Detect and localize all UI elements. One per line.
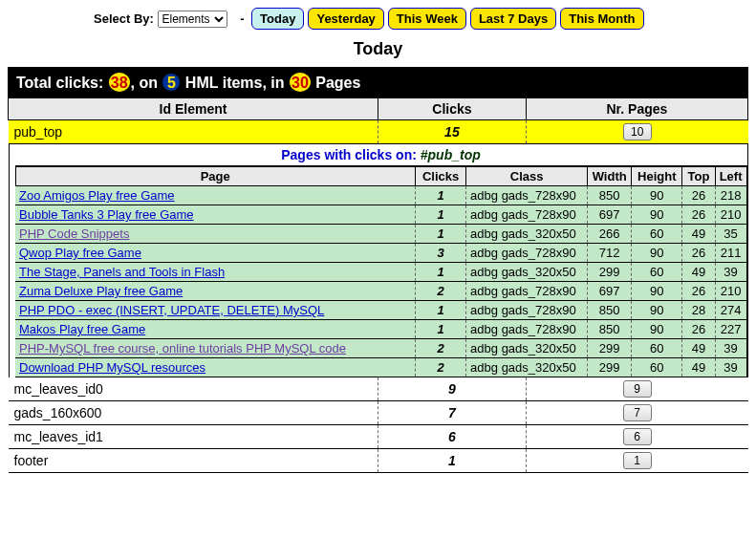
page-detail-row: Download PHP MySQL resources2adbg gads_3… (15, 358, 746, 377)
element-clicks-cell: 1 (378, 449, 527, 473)
page-top: 26 (682, 205, 715, 225)
page-detail-row: PHP-MySQL free course, online tutorials … (15, 339, 746, 358)
header-nr-pages: Nr. Pages (526, 98, 747, 120)
page-link[interactable]: Makos Play free Game (19, 322, 145, 336)
page-link[interactable]: PHP Code Snippets (19, 226, 129, 241)
page-title: Today (8, 39, 748, 59)
pages-count-button[interactable]: 1 (623, 452, 652, 469)
element-pages-cell: 10 (526, 120, 747, 144)
page-height: 60 (632, 358, 682, 377)
page-link[interactable]: Qwop Play free Game (19, 246, 141, 260)
page-width: 697 (588, 205, 632, 225)
element-pages-cell: 1 (526, 449, 747, 473)
filter-yesterday-button[interactable]: Yesterday (308, 8, 383, 30)
header-inner-clicks: Clicks (415, 167, 465, 186)
page-clicks: 1 (415, 320, 465, 339)
filter-this-week-button[interactable]: This Week (388, 8, 466, 30)
page-left: 211 (715, 244, 746, 263)
page-width: 299 (588, 358, 632, 377)
page-left: 218 (715, 186, 746, 205)
dash-separator: - (240, 11, 244, 26)
total-pages-badge: 30 (289, 72, 312, 93)
select-by-label: Select By: (94, 11, 154, 26)
filter-today-button[interactable]: Today (251, 8, 304, 30)
header-left: Left (715, 167, 746, 186)
page-height: 60 (632, 263, 682, 282)
element-clicks-cell: 6 (378, 425, 527, 449)
element-row: mc_leaves_id099 (9, 377, 748, 401)
page-height: 90 (632, 320, 682, 339)
page-clicks: 1 (415, 301, 465, 320)
page-clicks: 1 (415, 186, 465, 205)
header-width: Width (588, 167, 632, 186)
page-link[interactable]: PHP PDO - exec (INSERT, UPDATE, DELETE) … (19, 303, 324, 317)
page-left: 210 (715, 282, 746, 301)
page-height: 60 (632, 225, 682, 244)
filter-last-7-days-button[interactable]: Last 7 Days (470, 8, 556, 30)
element-id-cell: mc_leaves_id0 (9, 377, 378, 401)
page-class: adbg gads_320x50 (466, 263, 588, 282)
filter-controls: Select By: Elements - TodayYesterdayThis… (8, 8, 748, 30)
page-height: 90 (632, 244, 682, 263)
page-width: 299 (588, 263, 632, 282)
element-id-cell: pub_top (9, 120, 378, 144)
total-items-badge: 5 (162, 73, 181, 92)
page-link[interactable]: Zuma Deluxe Play free Game (19, 284, 183, 298)
total-summary-bar: Total clicks: 38, on 5 HML items, in 30 … (8, 67, 748, 97)
header-id-element: Id Element (9, 98, 378, 120)
page-clicks: 1 (415, 225, 465, 244)
page-width: 850 (588, 301, 632, 320)
page-link[interactable]: The Stage, Panels and Tools in Flash (19, 265, 225, 279)
page-class: adbg gads_728x90 (466, 282, 588, 301)
page-top: 49 (682, 263, 715, 282)
page-class: adbg gads_320x50 (466, 225, 588, 244)
elements-table: Id Element Clicks Nr. Pages pub_top 15 1… (8, 97, 748, 473)
page-detail-row: Zoo Amigos Play free Game1adbg gads_728x… (15, 186, 746, 205)
pages-count-button[interactable]: 9 (623, 380, 652, 398)
pages-count-button[interactable]: 6 (623, 428, 652, 445)
page-link[interactable]: Download PHP MySQL resources (19, 360, 205, 375)
page-width: 266 (588, 225, 632, 244)
page-class: adbg gads_320x50 (466, 339, 588, 358)
element-id-cell: gads_160x600 (9, 401, 378, 425)
page-clicks: 1 (415, 263, 465, 282)
page-class: adbg gads_728x90 (466, 320, 588, 339)
page-detail-row: Bubble Tanks 3 Play free Game1adbg gads_… (15, 205, 746, 225)
page-height: 90 (632, 282, 682, 301)
page-class: adbg gads_320x50 (466, 358, 588, 377)
pages-count-button[interactable]: 10 (623, 123, 652, 140)
inner-table-title: Pages with clicks on: #pub_top (15, 144, 747, 166)
page-top: 26 (682, 320, 715, 339)
page-detail-row: Zuma Deluxe Play free Game2adbg gads_728… (15, 282, 746, 301)
element-id-cell: footer (9, 449, 378, 473)
filter-this-month-button[interactable]: This Month (560, 8, 643, 30)
elements-header-row: Id Element Clicks Nr. Pages (9, 98, 748, 120)
page-width: 712 (588, 244, 632, 263)
page-clicks: 1 (415, 205, 465, 225)
page-left: 210 (715, 205, 746, 225)
element-row: footer11 (9, 449, 748, 473)
element-clicks-cell: 7 (378, 401, 527, 425)
header-height: Height (632, 167, 682, 186)
page-class: adbg gads_728x90 (466, 186, 588, 205)
page-left: 39 (715, 339, 746, 358)
page-height: 90 (632, 186, 682, 205)
page-detail-row: The Stage, Panels and Tools in Flash1adb… (15, 263, 746, 282)
total-clicks-badge: 38 (108, 72, 131, 93)
page-detail-row: Qwop Play free Game3adbg gads_728x907129… (15, 244, 746, 263)
selected-element-row: pub_top 15 10 (9, 120, 748, 144)
page-link[interactable]: PHP-MySQL free course, online tutorials … (19, 341, 346, 355)
element-row: mc_leaves_id166 (9, 425, 748, 449)
select-by-dropdown[interactable]: Elements (158, 11, 227, 28)
element-pages-cell: 9 (526, 377, 747, 401)
page-top: 49 (682, 339, 715, 358)
page-top: 26 (682, 244, 715, 263)
page-detail-row: PHP PDO - exec (INSERT, UPDATE, DELETE) … (15, 301, 746, 320)
page-link[interactable]: Zoo Amigos Play free Game (19, 188, 175, 203)
page-detail-row: Makos Play free Game1adbg gads_728x90850… (15, 320, 746, 339)
element-id-cell: mc_leaves_id1 (9, 425, 378, 449)
page-left: 35 (715, 225, 746, 244)
page-left: 274 (715, 301, 746, 320)
page-link[interactable]: Bubble Tanks 3 Play free Game (19, 207, 194, 222)
pages-count-button[interactable]: 7 (623, 404, 652, 421)
